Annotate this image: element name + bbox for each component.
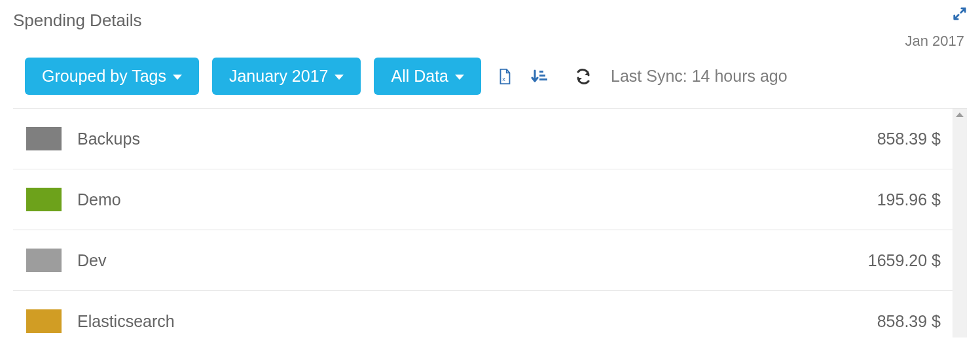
row-name: Demo: [77, 190, 877, 209]
caret-down-icon: [335, 75, 344, 80]
page-title: Spending Details: [13, 7, 142, 31]
color-swatch: [26, 188, 62, 211]
list-item[interactable]: Dev1659.20 $: [13, 230, 967, 291]
row-name: Elasticsearch: [77, 312, 877, 331]
refresh-button[interactable]: [573, 66, 594, 87]
export-excel-button[interactable]: x: [494, 65, 515, 88]
toolbar: Grouped by Tags January 2017 All Data x: [13, 54, 967, 109]
scope-label: All Data: [391, 67, 448, 86]
expand-icon[interactable]: [953, 7, 967, 24]
group-by-label: Grouped by Tags: [42, 67, 166, 86]
caret-down-icon: [455, 75, 464, 80]
spending-list: Backups858.39 $Demo195.96 $Dev1659.20 $E…: [13, 109, 967, 337]
svg-rect-1: [539, 71, 543, 73]
list-item[interactable]: Backups858.39 $: [13, 109, 967, 169]
svg-rect-3: [539, 78, 547, 80]
scrollbar[interactable]: [953, 109, 967, 337]
svg-rect-2: [539, 75, 545, 77]
caret-down-icon: [173, 75, 182, 80]
color-swatch: [26, 127, 62, 150]
list-item[interactable]: Elasticsearch858.39 $: [13, 291, 967, 337]
svg-text:x: x: [502, 76, 505, 82]
group-by-dropdown[interactable]: Grouped by Tags: [25, 58, 199, 95]
month-label: January 2017: [229, 67, 329, 86]
date-stamp: Jan 2017: [905, 33, 967, 50]
row-name: Backups: [77, 130, 877, 148]
scroll-up-icon: [956, 112, 964, 117]
color-swatch: [26, 309, 62, 333]
color-swatch: [26, 249, 62, 272]
last-sync-label: Last Sync: 14 hours ago: [611, 67, 788, 86]
scope-dropdown[interactable]: All Data: [374, 58, 481, 95]
row-name: Dev: [77, 251, 868, 270]
sort-button[interactable]: [528, 65, 551, 88]
list-item[interactable]: Demo195.96 $: [13, 169, 967, 230]
month-dropdown[interactable]: January 2017: [212, 58, 361, 95]
